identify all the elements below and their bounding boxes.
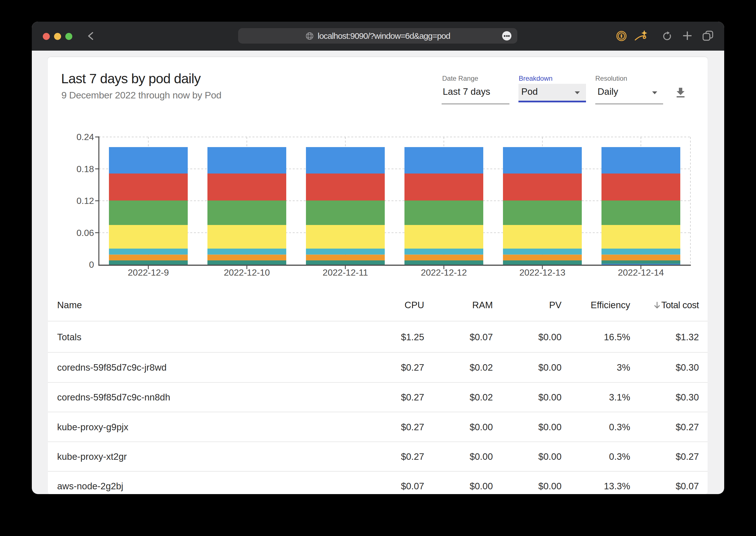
- svg-text:0.18: 0.18: [77, 164, 94, 174]
- svg-text:2022-12-10: 2022-12-10: [224, 267, 270, 278]
- svg-text:0.12: 0.12: [77, 196, 94, 206]
- svg-text:2022-12-9: 2022-12-9: [128, 267, 169, 278]
- svg-text:0.24: 0.24: [77, 132, 94, 142]
- svg-text:2022-12-13: 2022-12-13: [519, 267, 565, 278]
- svg-text:2022-12-12: 2022-12-12: [421, 267, 467, 278]
- svg-text:2022-12-11: 2022-12-11: [323, 267, 368, 278]
- svg-text:2022-12-14: 2022-12-14: [618, 267, 664, 278]
- svg-text:0.06: 0.06: [77, 228, 94, 238]
- svg-text:0: 0: [89, 259, 94, 270]
